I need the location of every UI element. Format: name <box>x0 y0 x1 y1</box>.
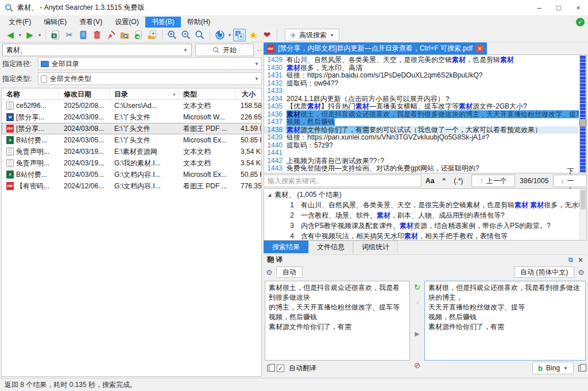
menu-item[interactable]: 查看(V) <box>73 17 109 28</box>
advanced-search-button[interactable]: ✈ 高级搜索 ▼ <box>285 29 339 41</box>
type-dropdown-icon[interactable]: ▼ <box>254 76 259 82</box>
start-search-button[interactable]: 开始 <box>195 44 254 56</box>
maximize-button[interactable]: □ <box>549 0 568 16</box>
back-button[interactable]: ◀ <box>4 29 17 41</box>
donate-heart-button[interactable]: ❤ <box>261 29 273 41</box>
preview-line[interactable]: 1443免费免登陆使用—支持绘画、对话的免费gpt网站，还挺聪明的? <box>264 165 578 173</box>
delete-button[interactable] <box>91 29 103 41</box>
expander-icon[interactable]: ◢ <box>268 190 271 200</box>
translate-toggle-button[interactable]: 文A <box>233 29 246 41</box>
table-row[interactable]: PDF【有密码...2024/12/06...G:\文档内容.I...看图王 P… <box>2 180 261 192</box>
table-row[interactable]: XB站付费...2024/03/05...G:\文档内容.I...Microso… <box>2 169 261 180</box>
retranslate-icon[interactable]: ↻ <box>414 283 420 292</box>
minimize-button[interactable]: – <box>529 0 549 16</box>
stop-icon[interactable]: ⊘ <box>414 361 421 370</box>
result-item[interactable]: 2一含教程、场景、软件、素材，剧本、人物、成品用到的表情包等? <box>264 210 586 220</box>
forward-button[interactable]: ▶ <box>24 29 36 41</box>
target-language-button[interactable]: 自动 (简体中文) <box>514 266 574 278</box>
translate-close-icon[interactable]: ✕ <box>578 256 583 264</box>
document-preview-pane[interactable]: 1429有山川、自然风景、各类美景、天空，是很完美的空镜素材，也是剪辑素材143… <box>264 55 587 173</box>
preview-document-tab[interactable]: PDF [禁分享，内部文档]群内更新—点开目录查看，Ctrl+F 可搜索.pdf… <box>264 42 487 55</box>
preview-line[interactable]: 1441 <box>264 149 578 157</box>
preview-line[interactable]: 1436素材很土，但是抖音观众还很喜欢，我是看到很多做这块的博主，天天开直播给粉… <box>264 111 578 119</box>
preview-line[interactable]: 1430素材很多，无水印、高清 <box>264 64 578 72</box>
type-filter-combobox[interactable]: 全部文件类型 ▼ <box>38 72 262 85</box>
open-folder-search-button[interactable] <box>118 29 131 41</box>
run-translate-icon[interactable]: ▶ <box>415 330 419 338</box>
refresh-dropdown-icon[interactable]: ▼ <box>227 33 233 38</box>
menu-item[interactable]: 帮助(H) <box>181 17 217 28</box>
search-results-pane[interactable]: ◢ 素材、 (1,005 个结果) 1有山川、自然风景、各类美景、天空，是很完美… <box>264 188 587 241</box>
target-settings-gear-icon[interactable]: ⚙ <box>578 268 585 277</box>
results-group-header[interactable]: ◢ 素材、 (1,005 个结果) <box>264 189 586 200</box>
results-scroll-thumb[interactable] <box>581 190 586 210</box>
menu-item[interactable]: 书签(B) <box>145 17 181 28</box>
table-row[interactable]: W[禁分享...2024/03/09...E:\丫头文件Microsoft W.… <box>2 111 261 123</box>
column-name[interactable]: 名称 <box>2 88 59 99</box>
whole-word-button[interactable]: “ <box>438 177 450 185</box>
tab-文件信息[interactable]: 文件信息 <box>308 241 353 253</box>
result-item[interactable]: 1有山川、自然风景、各类美景、天空，是很完美的空镜素材，也是剪辑素材 素材很多，… <box>264 200 586 210</box>
undock-icon[interactable]: ⧉ <box>568 256 573 264</box>
table-row[interactable]: 免责声明...2024/03/19...G:\我的素材.I...文本文档3.54… <box>2 157 261 169</box>
result-item[interactable]: 3内含PS教学视频课及配套课件、素材资源，结合精选案例，带你步入PS的殿堂。? <box>264 220 586 231</box>
preview-scroll-thumb[interactable] <box>579 119 586 127</box>
menu-item[interactable]: 设置(O) <box>109 17 145 28</box>
zoom-reset-button[interactable] <box>194 29 206 41</box>
table-row[interactable]: PDF[禁分享...2024/03/08...E:\丫头文件看图王 PDF ..… <box>2 123 261 134</box>
table-row[interactable]: XB站付费...2024/03/05...E:\丫头文件Microsoft Ex… <box>2 134 261 146</box>
clean-index-button[interactable] <box>105 29 117 41</box>
query-dropdown-icon[interactable]: ▼ <box>183 48 188 53</box>
column-date[interactable]: 修改日期 <box>59 88 110 99</box>
preview-scrollbar[interactable] <box>579 55 586 173</box>
refresh-index-button[interactable] <box>214 29 226 41</box>
menu-item[interactable]: 文件(F) <box>2 17 37 28</box>
source-text-area[interactable]: 素材很土，但是抖音观众还很喜欢，我是看到很多做这块 的博主，天天开直播给粉丝做改… <box>265 281 410 361</box>
source-settings-gear-icon[interactable]: ⚙ <box>266 268 273 277</box>
copy-target-icon[interactable] <box>578 365 583 371</box>
copy-source-icon[interactable] <box>267 365 272 371</box>
find-keyword-input[interactable]: 输入搜索关键词。 <box>264 175 421 187</box>
match-case-button[interactable]: Aa <box>421 177 438 185</box>
file-list-header[interactable]: 名称 修改日期 目录▲ 类型 大小 <box>2 88 261 100</box>
table-row[interactable]: ce52f96...2025/02/08...C:\Users\Ad...文本文… <box>2 100 261 111</box>
preview-line[interactable]: 1435【优质素材】抖音热门素材—直播美女横幅、提车改字等素材源文件-2GB大小… <box>264 103 578 111</box>
previous-match-button[interactable]: ↑ 上一个 <box>471 175 515 187</box>
search-query-combobox[interactable]: 素材、 ▼ <box>2 44 192 56</box>
open-file-button[interactable] <box>132 29 145 41</box>
locate-file-button[interactable] <box>146 29 158 41</box>
zoom-out-button[interactable] <box>180 29 192 41</box>
engine-select-button[interactable]: b Bing ▼ <box>532 362 574 374</box>
preview-line[interactable]: 1440提取码：57z9? <box>264 142 578 150</box>
source-language-button[interactable]: 自动 <box>276 266 303 278</box>
forward-dropdown-icon[interactable]: ▼ <box>37 33 42 38</box>
back-dropdown-icon[interactable]: ▼ <box>17 33 23 38</box>
tab-close-icon[interactable]: ✕ <box>476 45 483 52</box>
path-dropdown-icon[interactable]: ▼ <box>254 61 259 67</box>
column-size[interactable]: 大小 <box>236 88 261 99</box>
zoom-in-button[interactable] <box>166 29 179 41</box>
preview-line[interactable]: 1442上视频为清喜自己测试效果??↑? <box>264 157 578 165</box>
preview-line[interactable]: 14342024.1.1群内更新（点击前方小箭头可以展开内容）？ <box>264 95 578 103</box>
column-type[interactable]: 类型 <box>179 88 236 99</box>
auto-translate-checkbox[interactable]: ✓ <box>277 365 284 372</box>
cut-button[interactable]: ✂ <box>63 29 76 41</box>
close-button[interactable]: × <box>568 0 588 16</box>
column-dir[interactable]: 目录▲ <box>110 88 179 99</box>
bookmark-star-button[interactable]: ★ <box>247 29 260 41</box>
preview-line[interactable]: 1439链接：https://pan.xunlei.com/s/VNn3TGVZ… <box>264 134 578 142</box>
next-match-button[interactable]: ↓ 下一个 <box>553 175 587 187</box>
select-hand-icon[interactable]: ☝ <box>415 300 419 307</box>
path-filter-combobox[interactable]: 全部目录 ▼ <box>38 57 262 70</box>
preview-line[interactable]: 1438素材源文件给你们了，有需要的可以试试（我也做了一个，大家可以看看预览效果… <box>264 126 578 134</box>
preview-line[interactable]: 1431链接：https://pan.baidu.com/s/1PsDeDOuX… <box>264 72 578 80</box>
tab-搜索结果[interactable]: 搜索结果 <box>264 241 308 253</box>
regex-button[interactable]: (.*) <box>450 177 467 185</box>
preview-line[interactable]: 1437视频，然后赚钱 <box>264 118 578 126</box>
target-text-area[interactable]: 素材很，但是抖观众还很喜欢，我是看到很多做这块的博主， 天天开直播给粉丝做改字、… <box>424 281 586 361</box>
preview-line[interactable]: 1429有山川、自然风景、各类美景、天空，是很完美的空镜素材，也是剪辑素材 <box>264 56 578 64</box>
export-excel-button[interactable]: X <box>49 29 62 41</box>
copy-document-button[interactable] <box>77 29 90 41</box>
table-row[interactable]: 免责声明...2024/03/19...E:\素材资源网文本文档3.54 KB <box>2 146 261 157</box>
preview-line[interactable]: 1432提取码：ow94?? <box>264 80 578 88</box>
